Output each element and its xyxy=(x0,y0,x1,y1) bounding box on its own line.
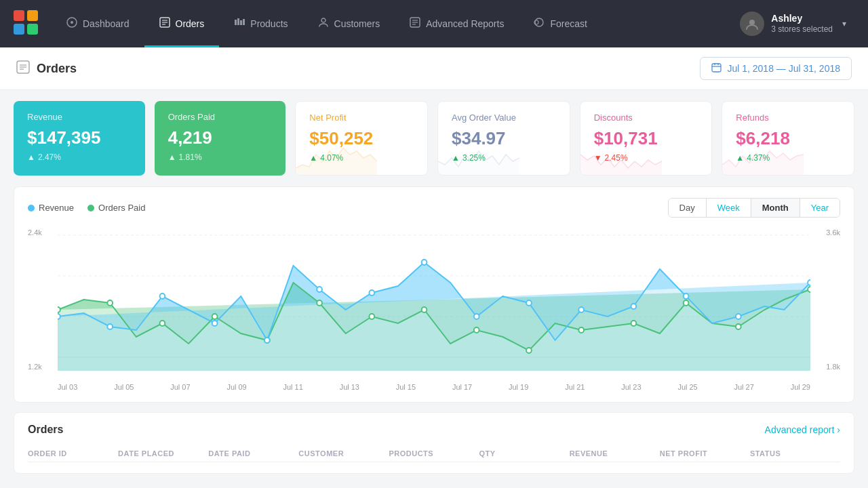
svg-point-5 xyxy=(71,21,73,24)
stat-card-orders-paid: Orders Paid 4,219 ▲ 1.81% xyxy=(155,101,286,176)
chevron-right-icon: › xyxy=(837,424,840,435)
svg-point-56 xyxy=(474,314,479,319)
svg-point-61 xyxy=(736,314,741,319)
products-icon xyxy=(234,17,245,30)
time-btn-month[interactable]: Month xyxy=(751,199,800,217)
sidebar-item-orders[interactable]: Orders xyxy=(144,0,220,47)
chart-section: Revenue Orders Paid Day Week Month Year … xyxy=(14,186,854,403)
chart-svg xyxy=(58,228,810,371)
user-menu[interactable]: Ashley 3 stores selected ▾ xyxy=(729,12,857,36)
svg-point-39 xyxy=(369,314,374,319)
col-date-paid: DATE PAID xyxy=(208,449,298,458)
sidebar-item-advanced-reports[interactable]: Advanced Reports xyxy=(395,0,519,47)
svg-point-58 xyxy=(578,307,584,312)
stat-card-discounts: Discounts $10,731 ▼ 2.45% xyxy=(580,101,713,176)
date-range-label: Jul 1, 2018 — Jul 31, 2018 xyxy=(727,63,840,74)
chart-legend: Revenue Orders Paid xyxy=(28,203,145,213)
sidebar-item-forecast[interactable]: Forecast xyxy=(519,0,601,47)
stat-value: 4,219 xyxy=(168,127,273,148)
col-revenue: REVENUE xyxy=(570,449,660,458)
col-status: STATUS xyxy=(750,449,840,458)
svg-rect-1 xyxy=(27,10,38,21)
sidebar-item-label: Advanced Reports xyxy=(426,18,504,29)
time-btn-year[interactable]: Year xyxy=(800,199,840,217)
svg-point-52 xyxy=(264,338,270,343)
chart-y-axis-left: 2.4k 1.2k xyxy=(28,228,55,371)
sidebar-item-customers[interactable]: Customers xyxy=(303,0,395,47)
svg-point-62 xyxy=(808,280,810,285)
svg-point-40 xyxy=(422,307,427,312)
svg-rect-0 xyxy=(14,10,24,21)
svg-rect-13 xyxy=(243,19,245,25)
orders-header: Orders Advanced report › xyxy=(28,424,840,436)
logo[interactable] xyxy=(11,7,52,40)
page-title: Orders xyxy=(16,60,77,77)
legend-dot-orders xyxy=(87,205,94,211)
customers-icon xyxy=(318,17,329,30)
user-stores: 3 stores selected xyxy=(771,24,833,35)
sidebar-item-label: Orders xyxy=(176,18,205,29)
time-btn-week[interactable]: Week xyxy=(707,199,751,217)
svg-point-46 xyxy=(736,324,741,329)
svg-point-53 xyxy=(317,287,322,292)
chart-container: 2.4k 1.2k 3.6k 1.8k xyxy=(28,228,840,391)
svg-point-55 xyxy=(422,260,427,265)
user-info: Ashley 3 stores selected xyxy=(771,12,833,35)
svg-point-41 xyxy=(474,327,479,333)
stat-card-avg-order: Avg Order Value $34.97 ▲ 3.25% xyxy=(437,101,570,176)
svg-point-49 xyxy=(107,324,113,329)
chart-y-axis-right: 3.6k 1.8k xyxy=(813,228,840,371)
legend-revenue: Revenue xyxy=(28,203,74,213)
orders-section: Orders Advanced report › ORDER ID DATE P… xyxy=(14,412,854,474)
sidebar-item-dashboard[interactable]: Dashboard xyxy=(52,0,144,47)
sidebar-item-label: Dashboard xyxy=(83,18,130,29)
svg-point-35 xyxy=(160,321,165,326)
svg-point-60 xyxy=(684,293,689,299)
navbar: Dashboard Orders Products Customers Adva… xyxy=(0,0,868,47)
orders-page-icon xyxy=(16,60,30,77)
arrow-up-icon: ▲ xyxy=(168,152,176,162)
stats-row: Revenue $147,395 ▲ 2.47% Orders Paid 4,2… xyxy=(0,90,868,186)
svg-rect-12 xyxy=(240,20,242,25)
col-products: PRODUCTS xyxy=(389,449,479,458)
col-order-id: ORDER ID xyxy=(28,449,118,458)
sidebar-item-label: Customers xyxy=(334,18,380,29)
col-qty: QTY xyxy=(479,449,570,458)
sidebar-item-products[interactable]: Products xyxy=(219,0,302,47)
svg-rect-25 xyxy=(712,64,721,72)
orders-table-title: Orders xyxy=(28,424,63,436)
calendar-icon xyxy=(711,62,722,75)
advanced-report-link[interactable]: Advanced report › xyxy=(765,424,840,435)
stat-change: ▲ 1.81% xyxy=(168,152,273,162)
legend-orders-paid: Orders Paid xyxy=(87,203,145,213)
stat-card-refunds: Refunds $6,218 ▲ 4.37% xyxy=(722,101,854,176)
col-customer: CUSTOMER xyxy=(298,449,389,458)
stat-label: Refunds xyxy=(736,113,840,123)
stat-label: Orders Paid xyxy=(168,112,273,122)
svg-point-45 xyxy=(684,300,689,306)
svg-point-33 xyxy=(58,307,60,312)
svg-point-34 xyxy=(107,300,113,306)
legend-label-revenue: Revenue xyxy=(39,203,74,213)
arrow-up-icon: ▲ xyxy=(27,152,35,162)
stat-label: Revenue xyxy=(27,112,132,122)
svg-rect-2 xyxy=(14,24,24,35)
legend-dot-revenue xyxy=(28,205,35,211)
date-range-button[interactable]: Jul 1, 2018 — Jul 31, 2018 xyxy=(700,57,852,80)
svg-rect-11 xyxy=(237,18,239,25)
col-date-placed: DATE PLACED xyxy=(118,449,208,458)
col-net-profit: NET PROFIT xyxy=(660,449,750,458)
svg-point-51 xyxy=(212,321,218,326)
stat-label: Avg Order Value xyxy=(452,113,556,123)
svg-point-44 xyxy=(631,321,637,326)
svg-point-20 xyxy=(749,20,755,25)
time-btn-day[interactable]: Day xyxy=(669,199,707,217)
legend-label-orders: Orders Paid xyxy=(98,203,145,213)
chart-area xyxy=(58,228,810,371)
stat-change: ▲ 2.47% xyxy=(27,152,132,162)
svg-point-36 xyxy=(212,314,218,319)
svg-point-38 xyxy=(317,300,322,306)
stat-card-revenue: Revenue $147,395 ▲ 2.47% xyxy=(14,101,145,176)
time-period-buttons: Day Week Month Year xyxy=(668,198,840,218)
svg-point-59 xyxy=(631,304,637,309)
